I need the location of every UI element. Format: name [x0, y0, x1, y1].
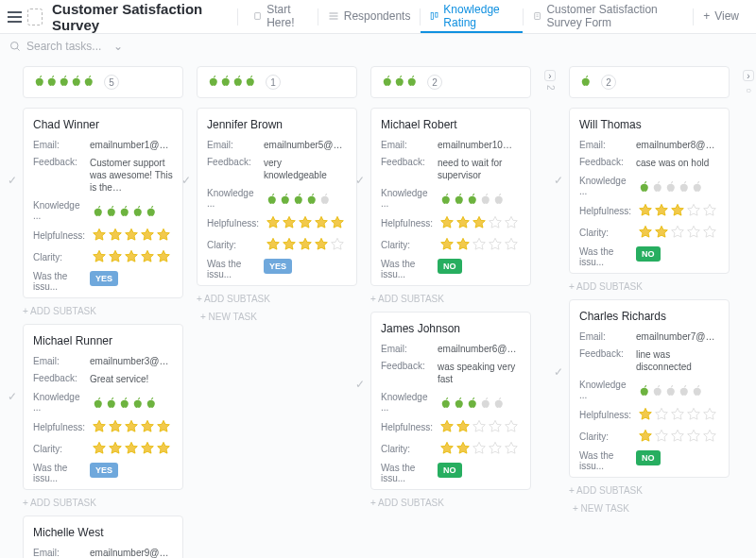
chevron-right-icon[interactable]: › — [544, 70, 556, 81]
add-subtask-button[interactable]: + ADD SUBTASK — [370, 292, 531, 306]
tab-start-here[interactable]: Start Here! — [244, 0, 318, 33]
resolved-badge[interactable]: NO — [438, 463, 462, 478]
task-card[interactable]: James Johnson Email:emailnumber6@ClickU … — [370, 312, 531, 490]
knowledge-rating[interactable] — [638, 180, 703, 193]
clarity-rating[interactable] — [439, 441, 519, 456]
feedback-value: Great service! — [90, 373, 173, 385]
board-column: 2 ✓ Will Thomas Email:emailnumber8@Click… — [569, 66, 730, 558]
menu-icon[interactable] — [8, 11, 22, 23]
tab-label: Customer Satisfaction Survey Form — [546, 3, 683, 29]
column-header[interactable]: 2 — [370, 66, 531, 98]
check-icon[interactable]: ✓ — [554, 365, 563, 379]
new-task-button[interactable]: + NEW TASK — [569, 503, 730, 514]
card-title[interactable]: Michael Robert — [381, 118, 521, 131]
task-card[interactable]: Michael Robert Email:emailnumber10@Click… — [370, 108, 531, 286]
chevron-right-icon[interactable]: › — [743, 70, 754, 81]
task-card[interactable]: Charles Richards Email:emailnumber7@Clic… — [569, 299, 730, 478]
topbar: Customer Satisfaction Survey Start Here!… — [0, 0, 756, 34]
column-header[interactable]: 5 — [23, 66, 183, 98]
new-task-button[interactable]: + NEW TASK — [197, 312, 357, 322]
column-header[interactable]: 2 — [569, 66, 730, 98]
check-icon[interactable]: ✓ — [8, 174, 17, 187]
add-subtask-button[interactable]: + ADD SUBTASK — [23, 304, 183, 318]
card-title[interactable]: Chad Winner — [33, 118, 173, 131]
field-label: Was the issu... — [579, 450, 630, 471]
card-list: ✓ Michael Robert Email:emailnumber10@Cli… — [370, 108, 531, 510]
knowledge-rating[interactable] — [266, 193, 331, 205]
tab-add-view[interactable]: + View — [694, 0, 748, 33]
clarity-rating[interactable] — [92, 441, 171, 456]
knowledge-rating[interactable] — [92, 205, 157, 217]
field-label: Feedback: — [207, 157, 258, 167]
add-subtask-button[interactable]: + ADD SUBTASK — [23, 496, 183, 510]
resolved-badge[interactable]: NO — [636, 450, 661, 465]
feedback-value: case was on hold — [636, 157, 719, 169]
clarity-rating[interactable] — [638, 225, 717, 240]
task-card[interactable]: Will Thomas Email:emailnumber8@ClickU Fe… — [569, 108, 730, 274]
knowledge-rating[interactable] — [439, 193, 505, 205]
resolved-badge[interactable]: YES — [90, 271, 118, 286]
task-card[interactable]: Michelle West Email:emailnumber9@ClickU … — [23, 516, 183, 558]
card-title[interactable]: Jennifer Brown — [207, 118, 347, 131]
tab-respondents[interactable]: Respondents — [318, 0, 421, 33]
column-count: 5 — [104, 75, 119, 90]
search-input[interactable]: Search tasks... ⌄ — [9, 40, 123, 53]
helpfulness-rating[interactable] — [92, 419, 171, 434]
card-title[interactable]: Charles Richards — [579, 310, 719, 323]
search-icon — [9, 41, 21, 52]
task-card[interactable]: Chad Winner Email:emailnumber1@ClickU Fe… — [23, 108, 183, 298]
helpfulness-rating[interactable] — [638, 203, 717, 218]
add-subtask-button[interactable]: + ADD SUBTASK — [569, 279, 730, 294]
field-label: Helpfulness: — [579, 410, 634, 420]
tab-knowledge-rating[interactable]: Knowledge Rating — [421, 0, 523, 33]
field-label: Helpfulness: — [33, 422, 88, 432]
feedback-value: was speaking very fast — [438, 361, 521, 385]
board-column: 1 ✓ Jennifer Brown Email:emailnumber5@Cl… — [197, 66, 357, 558]
check-icon[interactable]: ✓ — [554, 174, 563, 187]
field-label: Feedback: — [33, 157, 84, 167]
tab-survey-form[interactable]: Customer Satisfaction Survey Form — [524, 0, 693, 33]
field-label: Clarity: — [579, 228, 634, 238]
column-collapse[interactable]: › ○ — [743, 66, 754, 558]
chevron-down-icon: ⌄ — [113, 40, 123, 53]
check-icon[interactable]: ✓ — [181, 174, 191, 187]
field-label: Email: — [381, 344, 432, 354]
field-label: Was the issu... — [33, 271, 84, 292]
card-title[interactable]: Michael Runner — [33, 334, 173, 347]
helpfulness-rating[interactable] — [266, 215, 345, 230]
clarity-rating[interactable] — [92, 249, 171, 264]
field-label: Email: — [579, 331, 630, 342]
helpfulness-rating[interactable] — [439, 419, 519, 434]
column-collapse[interactable]: › 2 — [544, 66, 556, 558]
add-subtask-button[interactable]: + ADD SUBTASK — [370, 496, 531, 510]
helpfulness-rating[interactable] — [638, 407, 717, 422]
form-icon — [533, 10, 541, 22]
knowledge-rating[interactable] — [638, 384, 703, 397]
add-subtask-button[interactable]: + ADD SUBTASK — [197, 292, 357, 306]
page-title: Customer Satisfaction Survey — [52, 1, 224, 33]
clarity-rating[interactable] — [266, 237, 345, 252]
check-icon[interactable]: ✓ — [8, 390, 17, 403]
knowledge-rating[interactable] — [439, 397, 505, 409]
card-title[interactable]: Will Thomas — [579, 118, 719, 131]
helpfulness-rating[interactable] — [92, 228, 171, 243]
check-icon[interactable]: ✓ — [355, 174, 365, 187]
column-header[interactable]: 1 — [197, 66, 357, 98]
check-icon[interactable]: ✓ — [355, 378, 365, 391]
task-card[interactable]: Michael Runner Email:emailnumber3@ClickU… — [23, 324, 183, 490]
card-title[interactable]: James Johnson — [381, 322, 521, 335]
svg-point-4 — [11, 42, 19, 50]
resolved-badge[interactable]: YES — [264, 259, 292, 274]
helpfulness-rating[interactable] — [439, 215, 519, 230]
add-subtask-button[interactable]: + ADD SUBTASK — [569, 483, 730, 498]
clarity-rating[interactable] — [638, 429, 717, 444]
knowledge-rating[interactable] — [92, 397, 157, 409]
task-card[interactable]: Jennifer Brown Email:emailnumber5@ClickU… — [197, 108, 357, 286]
resolved-badge[interactable]: YES — [90, 463, 118, 478]
toolbar: Search tasks... ⌄ — [0, 34, 756, 59]
resolved-badge[interactable]: NO — [438, 259, 462, 274]
card-title[interactable]: Michelle West — [33, 526, 173, 539]
resolved-badge[interactable]: NO — [636, 246, 661, 262]
list-icon[interactable] — [27, 8, 43, 25]
clarity-rating[interactable] — [439, 237, 519, 252]
